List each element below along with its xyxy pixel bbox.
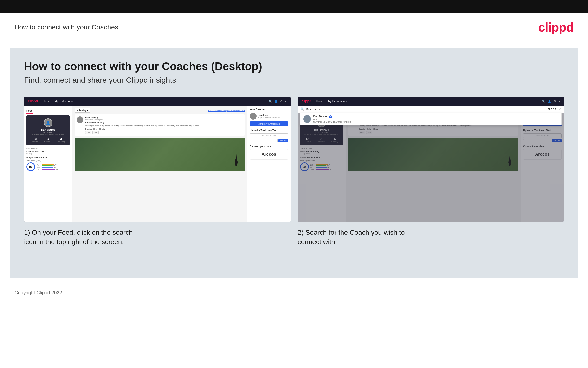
following-row-1: Following ▾ Control who can see your act… bbox=[75, 108, 245, 112]
latest-activity-date-2: 03 Aug 2022 bbox=[300, 153, 343, 155]
perf-label-putt: PUTT bbox=[37, 168, 41, 170]
perf-score-1: 92 bbox=[26, 162, 35, 171]
post-photo-2 bbox=[348, 138, 518, 171]
app-ui-1: clippd Home My Performance 🔍 👤 ⚙ ● bbox=[24, 97, 290, 222]
latest-activity-label-2: Latest Activity bbox=[300, 147, 343, 149]
off-btn-1[interactable]: OFF bbox=[85, 131, 91, 134]
trackman-row-1: Add Link bbox=[250, 139, 288, 142]
nav-logo-2: clippd bbox=[302, 99, 311, 103]
upload-title-2: Upload a Trackman Test bbox=[523, 129, 562, 132]
top-bar bbox=[0, 0, 588, 13]
perf-row-2: 92 OTT 90 APP bbox=[300, 162, 343, 171]
nav-logo-1: clippd bbox=[28, 99, 38, 103]
perf-bar-arg: ARG 86 bbox=[37, 167, 70, 168]
nav-home-1: Home bbox=[43, 100, 50, 103]
post-text-1: Looking to feel like my hands are exitin… bbox=[85, 125, 243, 127]
post-card-1: Blair McHarg Yesterday · Sunningdale Les… bbox=[75, 114, 245, 136]
connect-title-1: Connect your data bbox=[250, 145, 288, 148]
feed-tab-1[interactable]: Feed bbox=[26, 108, 33, 113]
perf-bar-putt-fill bbox=[42, 169, 55, 170]
user-icon-2: 👤 bbox=[548, 100, 551, 103]
stat-activities-2: 131 Activities bbox=[305, 137, 312, 142]
avatar-icon-2: ● bbox=[558, 100, 560, 103]
middle-panel-1: Following ▾ Control who can see your act… bbox=[72, 106, 247, 222]
avatar-icon: ● bbox=[285, 100, 287, 103]
connect-title-2: Connect your data bbox=[523, 145, 562, 148]
stat-following-num-2: 4 bbox=[331, 137, 338, 141]
performance-section-2: Player Performance Total Player Quality … bbox=[300, 156, 343, 171]
app-nav-2: clippd Home My Performance 🔍 👤 ⚙ ● bbox=[298, 97, 564, 106]
coach-info-1: David Ford Royal North Devon Golf Club bbox=[258, 114, 280, 118]
post-avatar-1 bbox=[77, 116, 83, 123]
perf-label-app: APP bbox=[37, 165, 41, 166]
search-input-value[interactable]: Dan Davies bbox=[306, 108, 546, 110]
copyright-text: Copyright Clippd 2022 bbox=[14, 290, 62, 295]
perf-val-app: 85 bbox=[53, 165, 55, 166]
duration-value-1: 01 hr : 30 min bbox=[93, 128, 105, 130]
post-actions-2: OFF APP bbox=[359, 131, 517, 134]
trackman-field-1[interactable] bbox=[250, 139, 278, 142]
post-user-1: Blair McHarg bbox=[85, 116, 243, 119]
result-info: Dan Davies ✓ Pro Sunningdale Golf Club, … bbox=[313, 115, 352, 123]
control-link-1[interactable]: Control who can see your activity and da… bbox=[208, 110, 245, 111]
app-ui-2: clippd Home My Performance 🔍 👤 ⚙ ● bbox=[298, 97, 564, 222]
trackman-field-2 bbox=[523, 139, 551, 142]
close-search-button[interactable]: ✕ bbox=[558, 107, 561, 111]
main-content: How to connect with your Coaches (Deskto… bbox=[10, 48, 578, 278]
nav-icons-1: 🔍 👤 ⚙ ● bbox=[269, 100, 287, 103]
perf-bar-ott: OTT 90 bbox=[37, 163, 70, 165]
perf-bar-putt: PUTT 96 bbox=[37, 168, 70, 170]
latest-activity-label: Latest Activity bbox=[26, 147, 70, 149]
profile-stats-2: 131 Activities 3 Followers 4 bbox=[302, 137, 341, 142]
stat-following-label-2: Following bbox=[331, 141, 338, 142]
caption-1: 1) On your Feed, click on the searchicon… bbox=[24, 228, 290, 247]
verified-badge: ✓ bbox=[329, 115, 332, 118]
profile-name-1: Blair McHarg bbox=[28, 129, 68, 131]
perf-bars-2: OTT 90 APP 85 bbox=[310, 163, 343, 170]
screenshot-2-frame: clippd Home My Performance 🔍 👤 ⚙ ● bbox=[298, 97, 564, 222]
golfer-silhouette-1 bbox=[233, 152, 240, 169]
search-result-item[interactable]: Dan Davies ✓ Pro Sunningdale Golf Club, … bbox=[300, 113, 562, 125]
profile-handicap-2: Plus Handicap bbox=[302, 131, 341, 133]
nav-myperformance-2: My Performance bbox=[328, 100, 348, 103]
trackman-link-display-1: Trackman Link bbox=[250, 133, 288, 138]
perf-bar-app: APP 85 bbox=[37, 165, 70, 166]
clear-button[interactable]: CLEAR bbox=[548, 108, 556, 110]
search-icon-2[interactable]: 🔍 bbox=[542, 100, 545, 103]
trackman-placeholder-1: Trackman Link bbox=[262, 135, 276, 137]
search-icon[interactable]: 🔍 bbox=[269, 100, 272, 103]
post-content-1: Blair McHarg Yesterday · Sunningdale Les… bbox=[85, 116, 243, 134]
add-link-btn-1[interactable]: Add Link bbox=[279, 139, 288, 142]
stat-following-label: Following bbox=[58, 141, 65, 142]
app-btn-1[interactable]: APP bbox=[92, 131, 99, 134]
caption-2: 2) Search for the Coach you wish toconne… bbox=[298, 228, 564, 247]
search-bar-icon: 🔍 bbox=[301, 108, 304, 111]
chevron-down-icon: ▾ bbox=[87, 109, 88, 111]
stat-followers-2: 3 Followers bbox=[318, 137, 325, 142]
manage-coaches-btn-1[interactable]: Manage Your Coaches bbox=[250, 121, 288, 126]
perf-bar-arg-fill bbox=[42, 167, 53, 168]
upload-title-1: Upload a Trackman Test bbox=[250, 129, 288, 132]
stat-followers: 3 Followers bbox=[44, 137, 52, 142]
profile-avatar-1: 👤 bbox=[44, 118, 53, 127]
duration-label-1: Duration bbox=[85, 128, 92, 130]
perf-title-1: Player Performance bbox=[26, 156, 70, 159]
user-icon: 👤 bbox=[274, 100, 278, 103]
post-meta-1: Yesterday · Sunningdale bbox=[85, 119, 243, 120]
perf-val-putt: 96 bbox=[56, 168, 58, 170]
profile-club-2: Royal North Devon Golf Club, United King… bbox=[302, 133, 341, 135]
search-results-dropdown: Dan Davies ✓ Pro Sunningdale Golf Club, … bbox=[300, 113, 562, 125]
coach-name-1: David Ford bbox=[258, 114, 280, 117]
main-title: How to connect with your Coaches (Deskto… bbox=[24, 60, 564, 73]
stat-following-num: 4 bbox=[58, 137, 65, 141]
perf-score-2: 92 bbox=[300, 162, 309, 171]
nav-myperformance-1: My Performance bbox=[55, 100, 74, 103]
perf-bar-ott-fill bbox=[42, 164, 54, 165]
perf-val-arg: 86 bbox=[54, 167, 56, 168]
latest-activity-title-2: Lesson with Fordy bbox=[300, 150, 343, 153]
total-quality-label-1: Total Player Quality bbox=[26, 160, 70, 161]
profile-handicap-1: Plus Handicap bbox=[28, 131, 68, 133]
following-button-1[interactable]: Following ▾ bbox=[75, 108, 90, 112]
profile-name-2: Blair McHarg bbox=[302, 129, 341, 131]
clippd-logo: clippd bbox=[538, 20, 574, 35]
